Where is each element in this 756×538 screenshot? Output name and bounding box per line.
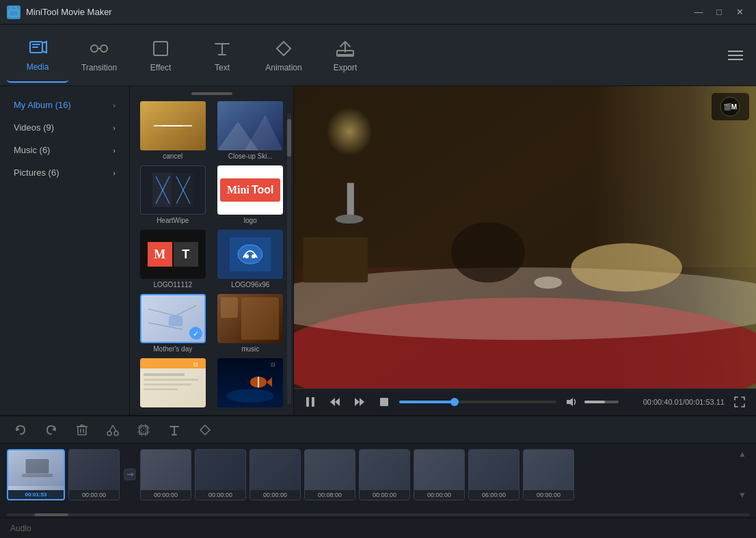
- sidebar-pictures-label: Pictures (6): [14, 167, 59, 178]
- svg-text:🎬M: 🎬M: [723, 103, 737, 111]
- svg-point-22: [238, 245, 262, 264]
- svg-rect-0: [9, 10, 18, 16]
- media-item-nemo[interactable]: ⊡: [215, 358, 287, 409]
- clip-time-3: 00:00:00: [141, 490, 191, 500]
- media-label-cancel: cancel: [163, 152, 183, 160]
- svg-marker-65: [360, 398, 364, 406]
- menu-button[interactable]: [722, 42, 749, 69]
- volume-control: [562, 392, 619, 412]
- sidebar-item-my-album[interactable]: My Album (16) ›: [3, 94, 126, 116]
- clip-time-4: 00:00:00: [195, 490, 245, 500]
- preview-panel: 🎬M: [294, 86, 756, 415]
- redo-button[interactable]: [41, 420, 62, 440]
- close-button[interactable]: ✕: [730, 5, 749, 20]
- svg-point-41: [226, 389, 274, 403]
- svg-rect-4: [154, 42, 167, 55]
- time-display: 00:00:40.01/00:01:53.11: [643, 398, 725, 406]
- minimize-button[interactable]: —: [689, 5, 708, 20]
- svg-rect-83: [25, 459, 49, 474]
- crop-button[interactable]: [133, 420, 154, 440]
- svg-marker-68: [16, 427, 20, 431]
- svg-line-27: [176, 306, 196, 316]
- maximize-button[interactable]: □: [710, 5, 729, 20]
- text-tool-button[interactable]: [164, 420, 185, 440]
- sidebar-item-pictures[interactable]: Pictures (6) ›: [3, 162, 126, 183]
- rewind-button[interactable]: [325, 392, 345, 412]
- undo-button[interactable]: [10, 420, 31, 440]
- timeline-clip-9[interactable]: 06:00:00: [468, 449, 519, 500]
- svg-rect-70: [78, 427, 86, 435]
- media-thumb-logo11112: M T: [140, 230, 206, 279]
- media-item-screenshot[interactable]: ⊡: [137, 358, 209, 409]
- main-content: My Album (16) › Videos (9) › Music (6) ›…: [0, 86, 756, 415]
- sidebar-my-album-label: My Album (16): [14, 100, 71, 110]
- media-item-heartwipe[interactable]: HeartWipe: [137, 165, 209, 224]
- titlebar: MiniTool Movie Maker — □ ✕: [0, 0, 756, 25]
- media-item-cancel[interactable]: cancel: [137, 101, 209, 160]
- timeline-clip-5[interactable]: 00:00:00: [249, 449, 301, 500]
- svg-point-51: [336, 215, 364, 224]
- current-time: 00:00:40.01: [643, 398, 683, 406]
- media-item-mothers[interactable]: ✓ Mother's day: [137, 294, 209, 353]
- timeline-clip-3[interactable]: 00:00:00: [140, 449, 191, 500]
- svg-point-2: [91, 45, 98, 52]
- progress-bar[interactable]: [399, 401, 556, 403]
- media-item-logo11112[interactable]: M T LOGO11112: [137, 230, 209, 288]
- toolbar-media[interactable]: Media: [7, 28, 68, 83]
- toolbar-transition[interactable]: Transition: [68, 28, 130, 83]
- timeline-clip-4[interactable]: 00:00:00: [195, 449, 246, 500]
- timeline-clip-7[interactable]: 00:00:00: [359, 449, 410, 500]
- svg-point-54: [451, 222, 525, 282]
- delete-button[interactable]: [72, 420, 92, 440]
- media-item-logo96x96[interactable]: LOGO96x96: [215, 230, 287, 288]
- motion-button[interactable]: [195, 420, 215, 440]
- media-item-closeup[interactable]: Close-up Ski...: [215, 101, 287, 160]
- toolbar-effect[interactable]: Effect: [130, 28, 191, 83]
- media-label-logo: logo: [244, 217, 257, 224]
- toolbar-text[interactable]: Text: [191, 28, 253, 83]
- stop-button[interactable]: [375, 392, 394, 412]
- cut-button[interactable]: [103, 420, 123, 440]
- timeline-clip-6[interactable]: 00:08:00: [304, 449, 355, 500]
- timeline-scrollbar[interactable]: [0, 512, 756, 517]
- timeline-clip-1[interactable]: 00:01:53: [7, 449, 65, 500]
- fullscreen-button[interactable]: [730, 392, 749, 412]
- media-thumb-music: [217, 294, 283, 343]
- sidebar-videos-label: Videos (9): [14, 122, 54, 133]
- toolbar-animation[interactable]: Animation: [253, 28, 314, 83]
- media-label-logo11112: LOGO11112: [153, 281, 192, 288]
- svg-line-26: [148, 309, 176, 316]
- timeline-clip-8[interactable]: 00:00:00: [414, 449, 465, 500]
- clip-time-1: 00:01:53: [8, 490, 64, 499]
- timeline-clip-2[interactable]: 00:00:00: [68, 449, 120, 500]
- timeline-tools: [0, 416, 756, 444]
- svg-rect-37: [144, 384, 191, 386]
- svg-rect-56: [303, 237, 368, 282]
- volume-slider[interactable]: [584, 401, 619, 403]
- media-thumb-mothers: ✓: [140, 294, 206, 343]
- media-thumb-closeup: [217, 101, 283, 150]
- sidebar-item-videos[interactable]: Videos (9) ›: [3, 117, 126, 138]
- sidebar-item-music[interactable]: Music (6) ›: [3, 139, 126, 161]
- window-controls: — □ ✕: [689, 5, 749, 20]
- toolbar-export[interactable]: Export: [314, 28, 376, 83]
- track-down-button[interactable]: ▼: [735, 488, 749, 502]
- svg-point-57: [535, 276, 563, 288]
- forward-button[interactable]: [350, 392, 369, 412]
- svg-rect-61: [312, 397, 314, 407]
- hscroll-track: [7, 513, 749, 516]
- media-thumb-heartwipe: [140, 165, 206, 215]
- timeline-clip-10[interactable]: 00:00:00: [523, 449, 574, 500]
- clip-time-6: 00:08:00: [305, 490, 355, 500]
- toolbar-effect-label: Effect: [150, 63, 171, 72]
- svg-rect-66: [380, 398, 388, 406]
- media-item-music[interactable]: music: [215, 294, 287, 353]
- pause-button[interactable]: [301, 392, 320, 412]
- volume-button[interactable]: [562, 392, 581, 412]
- svg-rect-20: [172, 173, 174, 207]
- media-item-logo[interactable]: Mini Tool logo: [215, 165, 287, 224]
- track-up-button[interactable]: ▲: [735, 447, 749, 461]
- media-grid-inner: cancel: [133, 98, 290, 413]
- app-icon: [7, 5, 21, 19]
- media-grid-scrollbar[interactable]: [287, 113, 291, 405]
